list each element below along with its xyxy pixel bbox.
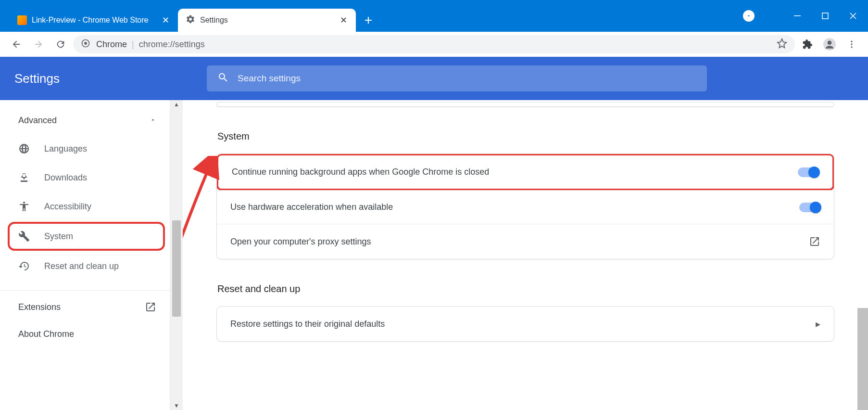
- window-titlebar: Link-Preview - Chrome Web Store ✕ Settin…: [0, 0, 868, 32]
- star-icon[interactable]: [777, 38, 787, 51]
- webstore-favicon: [17, 15, 27, 25]
- setting-hw-accel: Use hardware acceleration when available: [217, 190, 834, 224]
- svg-rect-1: [822, 13, 828, 19]
- svg-point-5: [828, 40, 832, 45]
- reset-card: Restore settings to their original defau…: [216, 306, 834, 342]
- new-tab-button[interactable]: +: [359, 9, 378, 32]
- extensions-icon[interactable]: [798, 35, 817, 54]
- section-title-reset: Reset and clean up: [217, 283, 834, 295]
- restore-icon: [18, 260, 30, 272]
- browser-toolbar: Chrome | chrome://settings: [0, 32, 868, 57]
- sidebar-section-label: Advanced: [18, 115, 57, 126]
- svg-point-8: [851, 46, 852, 48]
- settings-main: System Continue running background apps …: [183, 100, 868, 410]
- sidebar-item-about[interactable]: About Chrome: [0, 323, 170, 350]
- url-text: chrome://settings: [139, 39, 205, 50]
- sidebar-scrollbar[interactable]: ▲ ▼: [170, 100, 183, 410]
- close-icon[interactable]: ✕: [339, 15, 348, 25]
- setting-label: Restore settings to their original defau…: [230, 319, 385, 329]
- download-icon: [18, 172, 30, 183]
- sidebar-item-label: Extensions: [18, 302, 61, 312]
- sidebar-item-languages[interactable]: Languages: [0, 134, 170, 163]
- sidebar-item-label: Accessibility: [44, 202, 91, 212]
- chrome-icon: [81, 38, 90, 51]
- chevron-up-icon: [150, 115, 156, 126]
- forward-button[interactable]: [29, 35, 48, 54]
- scroll-up-icon[interactable]: ▲: [170, 101, 183, 108]
- sidebar-item-system[interactable]: System: [8, 222, 165, 251]
- tab-title: Link-Preview - Chrome Web Store: [32, 16, 156, 25]
- sidebar-item-extensions[interactable]: Extensions: [0, 291, 170, 323]
- search-input[interactable]: [238, 73, 696, 84]
- scrollbar-thumb[interactable]: [172, 220, 181, 317]
- tab-link-preview[interactable]: Link-Preview - Chrome Web Store ✕: [10, 9, 178, 32]
- chevron-right-icon: ▸: [816, 318, 820, 330]
- sidebar-item-accessibility[interactable]: Accessibility: [0, 192, 170, 221]
- toggle-hw-accel[interactable]: [799, 203, 820, 212]
- globe-icon: [18, 143, 30, 154]
- setting-label: Open your computer's proxy settings: [230, 237, 371, 247]
- tab-search-icon[interactable]: [743, 10, 755, 22]
- setting-label: Use hardware acceleration when available: [230, 202, 393, 212]
- svg-point-9: [23, 202, 25, 204]
- wrench-icon: [18, 231, 30, 242]
- window-controls: [743, 0, 868, 32]
- menu-icon[interactable]: [842, 35, 861, 54]
- sidebar-item-label: Downloads: [44, 173, 87, 183]
- svg-point-6: [851, 41, 852, 42]
- close-window-button[interactable]: [839, 6, 867, 26]
- sidebar-item-reset[interactable]: Reset and clean up: [0, 252, 170, 281]
- setting-restore-defaults[interactable]: Restore settings to their original defau…: [217, 307, 834, 341]
- accessibility-icon: [18, 201, 30, 212]
- tab-strip: Link-Preview - Chrome Web Store ✕ Settin…: [0, 0, 743, 32]
- profile-avatar[interactable]: [820, 35, 839, 54]
- close-icon[interactable]: ✕: [161, 15, 170, 25]
- url-display: Chrome | chrome://settings: [96, 39, 771, 50]
- tab-settings[interactable]: Settings ✕: [178, 9, 356, 32]
- setting-label: Continue running background apps when Go…: [232, 167, 489, 177]
- previous-card-peek: [216, 102, 834, 107]
- tab-title: Settings: [200, 16, 334, 25]
- sidebar-item-label: About Chrome: [18, 329, 74, 339]
- settings-header: Settings: [0, 57, 868, 100]
- external-link-icon: [145, 301, 156, 313]
- page-title: Settings: [14, 71, 197, 86]
- sidebar-item-label: Reset and clean up: [44, 261, 119, 271]
- settings-sidebar: Advanced Languages Downloads Accessibili…: [0, 100, 170, 410]
- address-bar[interactable]: Chrome | chrome://settings: [73, 35, 795, 53]
- external-link-icon: [809, 236, 820, 247]
- search-settings[interactable]: [207, 65, 707, 91]
- svg-point-7: [851, 43, 852, 45]
- sidebar-item-downloads[interactable]: Downloads: [0, 163, 170, 192]
- setting-bg-apps: Continue running background apps when Go…: [216, 154, 834, 191]
- section-title-system: System: [217, 131, 834, 142]
- scheme-label: Chrome: [96, 39, 127, 50]
- sidebar-item-label: System: [44, 231, 73, 242]
- sidebar-section-advanced[interactable]: Advanced: [0, 112, 170, 134]
- svg-rect-0: [794, 15, 801, 16]
- maximize-button[interactable]: [811, 6, 839, 26]
- toggle-bg-apps[interactable]: [798, 167, 819, 177]
- minimize-button[interactable]: [783, 6, 811, 26]
- main-scrollbar-thumb[interactable]: [857, 308, 868, 410]
- back-button[interactable]: [7, 35, 26, 54]
- setting-proxy[interactable]: Open your computer's proxy settings: [217, 224, 834, 259]
- scroll-down-icon[interactable]: ▼: [170, 402, 183, 409]
- search-icon: [217, 72, 229, 85]
- reload-button[interactable]: [51, 35, 70, 54]
- svg-point-3: [84, 42, 87, 45]
- system-card: Continue running background apps when Go…: [216, 154, 834, 259]
- sidebar-item-label: Languages: [44, 144, 87, 154]
- gear-icon: [186, 14, 195, 26]
